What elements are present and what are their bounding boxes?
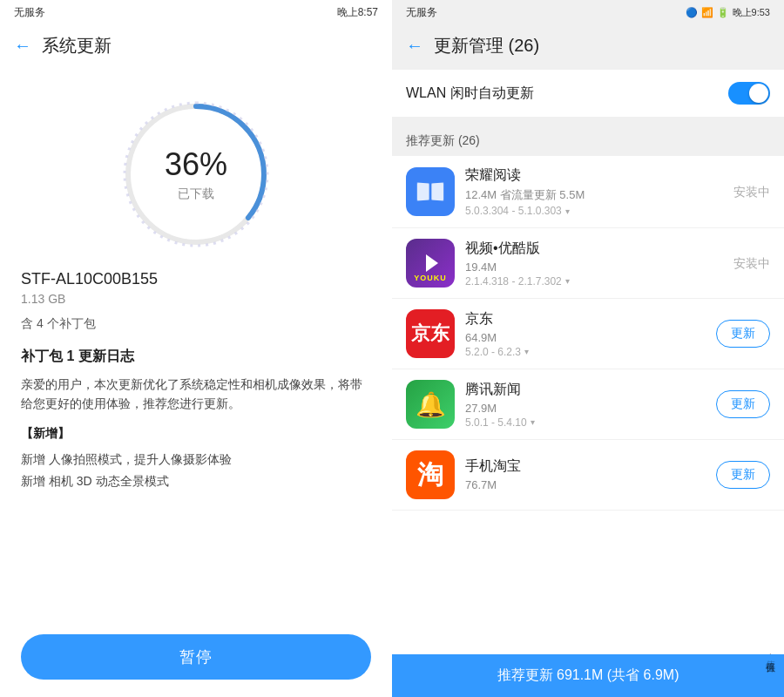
app-version-row: 5.0.1 - 5.4.10 ▾ [465,416,709,429]
left-panel: 无服务 晚上8:57 ← 系统更新 36% 已下载 [0,0,392,697]
changelog-desc: 亲爱的用户，本次更新优化了系统稳定性和相机成像效果，将带给您更好的使用体验，推荐… [21,375,371,414]
header-left: ← 系统更新 [0,25,392,70]
section-label: 推荐更新 (26) [406,133,480,147]
update-button[interactable]: 更新 [716,461,770,489]
percent-value: 36% [165,146,227,183]
app-size: 76.7M [465,478,709,491]
back-button-right[interactable]: ← [406,36,423,56]
book-icon [417,183,443,200]
app-version-row: 2.1.4.318 - 2.1.7.302 ▾ [465,275,727,288]
installing-label: 安装中 [733,256,770,270]
app-size: 27.9M [465,402,709,415]
bottom-update-bar[interactable]: 推荐更新 691.1M (共省 6.9M) [392,654,784,697]
version-name: STF-AL10C00B155 [21,270,371,288]
update-button[interactable]: 更新 [716,320,770,348]
progress-circle: 36% 已下载 [118,96,274,253]
chevron-down-icon: ▾ [524,347,529,356]
changelog-title: 补丁包 1 更新日志 [21,348,371,366]
jd-logo-text: 京东 [411,321,449,347]
feature-item-2: 新增 相机 3D 动态全景模式 [21,470,371,492]
app-info-tencent-news: 腾讯新闻 27.9M 5.0.1 - 5.4.10 ▾ [465,381,709,429]
bell-icon: 🔔 [416,390,446,419]
list-item: YOUKU 视频•优酷版 19.4M 2.1.4.318 - 2.1.7.302… [392,228,784,299]
app-icon-jd: 京东 [406,309,455,358]
app-name: 荣耀阅读 [465,166,727,185]
wlan-toggle-row[interactable]: WLAN 闲时自动更新 [392,70,784,117]
update-info: STF-AL10C00B155 1.13 GB 含 4 个补丁包 补丁包 1 更… [0,270,392,492]
app-list: 荣耀阅读 12.4M 省流量更新 5.5M 5.0.3.304 - 5.1.0.… [392,156,784,654]
list-item: 京东 京东 64.9M 5.2.0 - 6.2.3 ▾ 更新 [392,299,784,369]
wlan-toggle-switch[interactable] [728,82,770,105]
pause-button[interactable]: 暂停 [21,634,371,680]
carrier-right: 无服务 [406,5,437,20]
version-size: 1.13 GB [21,292,371,306]
carrier-left: 无服务 [14,5,45,20]
app-size: 64.9M [465,331,709,344]
time-right: 晚上9:53 [733,6,770,19]
patch-count: 含 4 个补丁包 [21,316,371,332]
app-name: 视频•优酷版 [465,240,727,258]
update-button[interactable]: 更新 [716,390,770,418]
header-right: ← 更新管理 (26) [392,25,784,70]
app-version: 5.2.0 - 6.2.3 [465,346,521,358]
app-version: 5.0.3.304 - 5.1.0.303 [465,205,562,217]
chevron-down-icon: ▾ [531,417,535,427]
app-name: 京东 [465,310,709,328]
app-size: 19.4M [465,261,727,274]
installing-label: 安装中 [733,185,770,199]
taobao-logo-char: 淘 [417,457,443,493]
app-action[interactable]: 更新 [716,320,770,348]
app-info-youku: 视频•优酷版 19.4M 2.1.4.318 - 2.1.7.302 ▾ [465,240,727,288]
section-header: 推荐更新 (26) [392,124,784,156]
battery-icon: 🔋 [717,7,729,18]
book-page-left [417,183,429,201]
right-panel: 无服务 🔵 📶 🔋 晚上9:53 ← 更新管理 (26) WLAN 闲时自动更新… [392,0,784,697]
app-icon-honor-read [406,167,455,216]
app-name: 腾讯新闻 [465,381,709,399]
status-bar-left: 无服务 晚上8:57 [0,0,392,25]
bluetooth-icon: 🔵 [686,7,698,18]
app-info-taobao: 手机淘宝 76.7M [465,457,709,493]
app-icon-taobao: 淘 [406,450,455,499]
app-info-jd: 京东 64.9M 5.2.0 - 6.2.3 ▾ [465,310,709,358]
watermark: 值·什么值得买 [764,653,777,655]
wifi-icon: 📶 [701,7,713,18]
play-icon [426,254,438,272]
chevron-down-icon: ▾ [565,206,570,216]
app-icon-youku: YOUKU [406,239,455,288]
bottom-update-label: 推荐更新 691.1M (共省 6.9M) [497,667,679,682]
progress-circle-container: 36% 已下载 [0,96,392,253]
list-item: 🔔 腾讯新闻 27.9M 5.0.1 - 5.4.10 ▾ 更新 [392,369,784,440]
app-version: 5.0.1 - 5.4.10 [465,416,527,429]
new-features-label: 【新增】 [21,426,371,442]
app-action[interactable]: 更新 [716,390,770,418]
status-icons-right: 🔵 📶 🔋 晚上9:53 [686,6,770,19]
app-action[interactable]: 更新 [716,461,770,489]
pause-btn-container: 暂停 [21,634,371,680]
wlan-label: WLAN 闲时自动更新 [406,85,534,103]
list-item: 荣耀阅读 12.4M 省流量更新 5.5M 5.0.3.304 - 5.1.0.… [392,156,784,228]
list-item: 淘 手机淘宝 76.7M 更新 [392,440,784,511]
download-status: 已下载 [165,186,227,202]
book-page-right [431,183,443,201]
status-bar-right: 无服务 🔵 📶 🔋 晚上9:53 [392,0,784,25]
app-action: 安装中 [733,255,770,272]
app-info-honor-read: 荣耀阅读 12.4M 省流量更新 5.5M 5.0.3.304 - 5.1.0.… [465,166,727,217]
app-action: 安装中 [733,184,770,200]
app-size: 12.4M 省流量更新 5.5M [465,187,727,203]
app-version-row: 5.2.0 - 6.2.3 ▾ [465,346,709,358]
back-button-left[interactable]: ← [14,36,31,56]
page-title-left: 系统更新 [42,34,112,58]
youku-text: YOUKU [414,274,447,282]
feature-item-1: 新增 人像拍照模式，提升人像摄影体验 [21,449,371,470]
app-name: 手机淘宝 [465,457,709,476]
page-title-right: 更新管理 (26) [434,34,539,58]
time-left: 晚上8:57 [337,5,378,20]
app-icon-tencent-news: 🔔 [406,380,455,429]
chevron-down-icon: ▾ [565,276,570,286]
app-version: 2.1.4.318 - 2.1.7.302 [465,275,562,288]
progress-center: 36% 已下载 [165,146,227,202]
app-version-row: 5.0.3.304 - 5.1.0.303 ▾ [465,205,727,217]
